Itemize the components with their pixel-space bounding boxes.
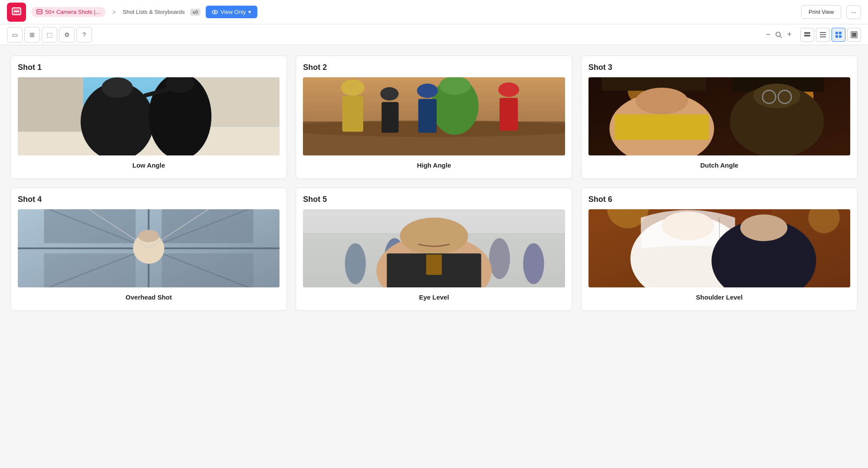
shot-name: Low Angle: [18, 155, 279, 171]
card-shot-1[interactable]: Shot 1 Low Angle: [10, 56, 287, 179]
svg-rect-15: [820, 32, 826, 33]
svg-rect-20: [835, 35, 838, 38]
view-only-button[interactable]: View Only ▾: [206, 6, 257, 18]
secondary-toolbar: ▭ ⊞ ⬚ ⚙ ? − +: [0, 24, 868, 45]
help-tool-button[interactable]: ?: [76, 27, 92, 43]
columns-tool-button[interactable]: ⬚: [42, 27, 57, 43]
zoom-icon: [775, 31, 783, 39]
project-name: 50+ Camera Shots |...: [45, 9, 100, 15]
main-content: Shot 1 Low Angle Shot 2 High Angle Shot …: [0, 45, 868, 321]
svg-rect-18: [835, 32, 838, 34]
zoom-in-button[interactable]: +: [785, 30, 793, 39]
shot-name: High Angle: [303, 155, 565, 171]
card-inner: Shot 6 Shoulder Level: [582, 188, 857, 310]
svg-rect-16: [820, 34, 826, 35]
view-only-label: View Only: [220, 9, 246, 15]
shot-name: Dutch Angle: [589, 155, 850, 171]
settings-tool-button[interactable]: ⚙: [59, 27, 75, 43]
view-rows-button[interactable]: [800, 28, 814, 42]
logo-button[interactable]: [7, 3, 26, 22]
shot-label: Shot 1: [18, 63, 279, 72]
grid-tool-button[interactable]: ⊞: [24, 27, 40, 43]
svg-rect-21: [839, 35, 842, 38]
shot-label: Shot 4: [18, 195, 279, 204]
svg-point-4: [17, 10, 19, 12]
svg-rect-17: [820, 36, 826, 37]
view-full-button[interactable]: [847, 28, 861, 42]
shot-image: [589, 209, 850, 287]
chevron-down-icon: ▾: [248, 9, 251, 15]
card-shot-2[interactable]: Shot 2 High Angle: [296, 56, 572, 179]
card-inner: Shot 2 High Angle: [296, 56, 572, 178]
view-buttons: [800, 28, 861, 42]
shot-label: Shot 2: [303, 63, 565, 72]
svg-point-11: [776, 32, 780, 36]
view-list-button[interactable]: [816, 28, 830, 42]
svg-rect-14: [804, 35, 810, 36]
svg-line-12: [780, 36, 782, 38]
svg-rect-13: [804, 32, 810, 34]
shot-name: Overhead Shot: [18, 287, 279, 303]
svg-point-2: [14, 10, 16, 12]
card-inner: Shot 4 Overhead Shot: [11, 188, 286, 310]
view-grid-button[interactable]: [832, 28, 845, 42]
breadcrumb-item: Shot Lists & Storyboards: [123, 9, 185, 15]
project-chip[interactable]: 50+ Camera Shots |...: [31, 7, 105, 17]
svg-point-10: [214, 11, 216, 13]
breadcrumb-separator: >: [112, 9, 116, 16]
shot-label: Shot 6: [589, 195, 850, 204]
svg-rect-19: [839, 32, 842, 34]
header: 50+ Camera Shots |... > Shot Lists & Sto…: [0, 0, 868, 24]
zoom-out-button[interactable]: −: [764, 30, 773, 39]
shot-name: Shoulder Level: [589, 287, 850, 303]
shot-label: Shot 3: [589, 63, 850, 72]
shots-grid: Shot 1 Low Angle Shot 2 High Angle Shot …: [10, 56, 858, 311]
more-options-button[interactable]: ···: [846, 5, 861, 19]
svg-point-6: [38, 11, 39, 12]
svg-point-7: [39, 11, 40, 12]
shot-image: [589, 77, 850, 155]
shot-image: [303, 209, 565, 287]
card-shot-6[interactable]: Shot 6 Shoulder Level: [581, 188, 858, 311]
svg-point-3: [16, 10, 17, 12]
card-shot-5[interactable]: Shot 5 Eye Level: [296, 188, 572, 311]
shot-image: [18, 77, 279, 155]
shot-image: [18, 209, 279, 287]
card-inner: Shot 1 Low Angle: [11, 56, 286, 178]
card-shot-3[interactable]: Shot 3 Dutch Angle: [581, 56, 858, 179]
card-inner: Shot 5 Eye Level: [296, 188, 572, 310]
svg-point-8: [40, 11, 41, 12]
card-shot-4[interactable]: Shot 4 Overhead Shot: [10, 188, 287, 311]
zoom-controls: − +: [764, 30, 793, 39]
print-view-button[interactable]: Print View: [801, 5, 841, 19]
frame-tool-button[interactable]: ▭: [7, 27, 23, 43]
version-badge: v0: [190, 9, 201, 16]
svg-rect-23: [852, 33, 856, 37]
shot-image: [303, 77, 565, 155]
card-inner: Shot 3 Dutch Angle: [582, 56, 857, 178]
shot-label: Shot 5: [303, 195, 565, 204]
shot-name: Eye Level: [303, 287, 565, 303]
